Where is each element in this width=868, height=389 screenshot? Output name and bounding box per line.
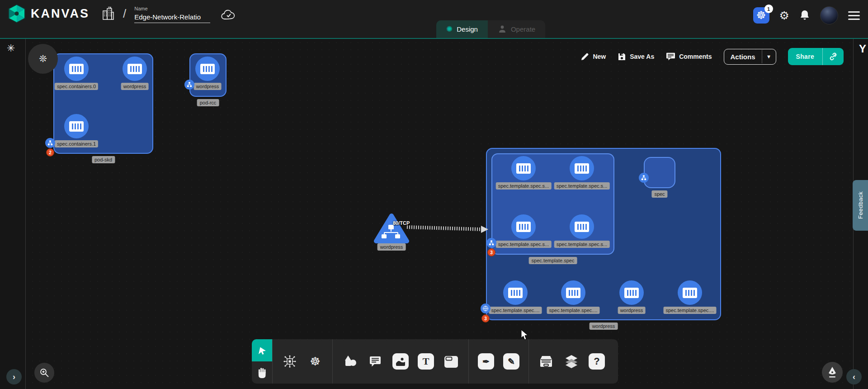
component-tools-section: ☸ <box>272 339 332 384</box>
node-label: wordpress <box>121 83 149 90</box>
text-tool-button[interactable]: T <box>417 352 435 370</box>
node-label: wordpress <box>618 307 646 314</box>
relationship-badge-icon[interactable] <box>45 138 55 148</box>
sync-spinner-icon: ✳ <box>7 43 15 54</box>
service-triangle-node[interactable] <box>373 213 410 245</box>
settings-gear-icon[interactable]: ⚙ <box>779 9 789 22</box>
container-icon <box>619 280 644 305</box>
container-icon <box>123 57 147 81</box>
kubernetes-tool-button[interactable]: ☸ <box>306 352 324 370</box>
copy-link-icon[interactable] <box>822 48 844 65</box>
node-label: spec.containers.0 <box>55 83 98 90</box>
mode-tabs: ✺ Design Operate <box>436 20 545 38</box>
user-avatar[interactable] <box>820 6 838 24</box>
expand-left-panel-button[interactable]: › <box>6 369 22 384</box>
freehand-draw-tool-button[interactable]: ✎ <box>502 352 520 370</box>
left-rail: ✳ <box>0 39 26 389</box>
kubernetes-context-icon[interactable]: ☸ 1 <box>753 7 769 24</box>
group-label: wordpress <box>590 323 618 330</box>
actions-split-button: Actions ▾ <box>724 49 776 65</box>
menu-hamburger-icon[interactable] <box>848 11 860 20</box>
new-button[interactable]: New <box>580 52 606 61</box>
deployment-badge-icon[interactable] <box>481 304 491 313</box>
relationship-badge-icon[interactable] <box>486 238 496 248</box>
pencil-scribble-icon: ✎ <box>503 353 519 370</box>
collapse-right-panel-button[interactable]: ‹ <box>846 369 862 384</box>
container-icon <box>64 114 89 138</box>
node-label: wordpress <box>194 83 222 90</box>
pan-tool-button[interactable] <box>252 361 272 384</box>
share-split-button: Share <box>788 48 844 65</box>
cloud-sync-icon <box>221 9 236 21</box>
feedback-tab[interactable]: Feedback <box>853 180 868 231</box>
count-badge[interactable]: 3 <box>481 314 490 323</box>
edge-80-tcp[interactable] <box>405 223 492 233</box>
tab-design[interactable]: ✺ Design <box>436 20 488 38</box>
save-as-button[interactable]: Save As <box>618 52 654 61</box>
node-label: spec.template.spec.s... <box>554 182 610 190</box>
layers-tool-button[interactable] <box>562 352 580 370</box>
edge-pen-tool-button[interactable]: ✒ <box>477 352 495 370</box>
canvas-toolbar: ☸ <box>252 339 618 384</box>
container-icon <box>503 280 528 305</box>
new-label: New <box>593 53 606 60</box>
breadcrumb-separator: / <box>123 7 126 21</box>
components-tool-button[interactable] <box>281 352 299 370</box>
actions-dropdown-caret[interactable]: ▾ <box>762 50 776 63</box>
organization-icon[interactable] <box>101 6 115 21</box>
kanvas-brand[interactable]: KANVAS <box>7 4 90 24</box>
image-tool-button[interactable] <box>392 352 410 370</box>
brand-name: KANVAS <box>31 7 90 21</box>
new-pencil-icon <box>580 52 589 61</box>
zoom-button[interactable] <box>34 363 54 383</box>
comment-tool-button[interactable] <box>366 352 384 370</box>
relationship-badge-icon[interactable] <box>184 80 194 90</box>
relationship-badge-icon[interactable] <box>639 173 649 183</box>
tab-operate[interactable]: Operate <box>488 20 545 38</box>
note-tool-button[interactable] <box>442 352 460 370</box>
utility-tools-section: ? <box>528 339 614 384</box>
operate-tab-icon <box>498 25 507 34</box>
container-icon <box>570 214 594 239</box>
node-label: spec.template.spec.... <box>664 307 717 314</box>
share-button[interactable]: Share <box>788 49 822 64</box>
count-badge[interactable]: 3 <box>487 248 495 256</box>
notifications-bell-icon[interactable] <box>799 9 810 21</box>
comments-button[interactable]: Comments <box>666 52 712 61</box>
operate-tab-label: Operate <box>511 25 535 33</box>
select-tool-button[interactable] <box>252 339 272 361</box>
count-badge[interactable]: 2 <box>46 148 54 157</box>
actions-button[interactable]: Actions <box>724 49 762 64</box>
design-name-input[interactable] <box>134 12 210 23</box>
group-label: spec.template.spec <box>529 257 577 264</box>
dock-y-icon[interactable]: Y <box>859 43 866 55</box>
chevron-left-icon: ‹ <box>853 372 855 382</box>
pointer-tools <box>252 339 272 384</box>
comments-bubble-icon <box>666 52 675 61</box>
canvas-settings-button[interactable]: ❊ <box>28 44 58 74</box>
layers-icon <box>564 355 579 368</box>
design-canvas[interactable]: ✳ Y New Save As Commen <box>0 39 868 389</box>
shapes-tool-button[interactable] <box>341 352 359 370</box>
node-label: spec.template.spec.s... <box>496 241 552 248</box>
kubernetes-wheel-icon: ☸ <box>310 355 320 369</box>
help-tool-button[interactable]: ? <box>588 352 606 370</box>
node-label: spec.template.spec.... <box>489 307 542 314</box>
cursor-icon <box>257 346 267 356</box>
archive-drawer-icon <box>538 355 554 368</box>
magnifier-zoom-in-icon <box>39 368 49 378</box>
annotation-tools-section: T <box>332 339 468 384</box>
feedback-label: Feedback <box>857 191 864 219</box>
save-as-label: Save As <box>630 53 654 60</box>
ink-pen-button[interactable] <box>822 362 843 383</box>
node-spec[interactable]: spec <box>644 157 675 188</box>
sticky-note-icon <box>443 354 459 369</box>
design-name-block: Name <box>134 6 210 23</box>
drawer-tool-button[interactable] <box>537 352 555 370</box>
container-icon <box>64 57 89 81</box>
context-count-badge: 1 <box>764 5 773 13</box>
shapes-icon <box>343 355 357 368</box>
design-tab-icon: ✺ <box>446 24 453 34</box>
group-spec-template-spec[interactable]: spec.template.spec <box>491 153 614 255</box>
flower-gear-icon: ❊ <box>39 53 47 64</box>
